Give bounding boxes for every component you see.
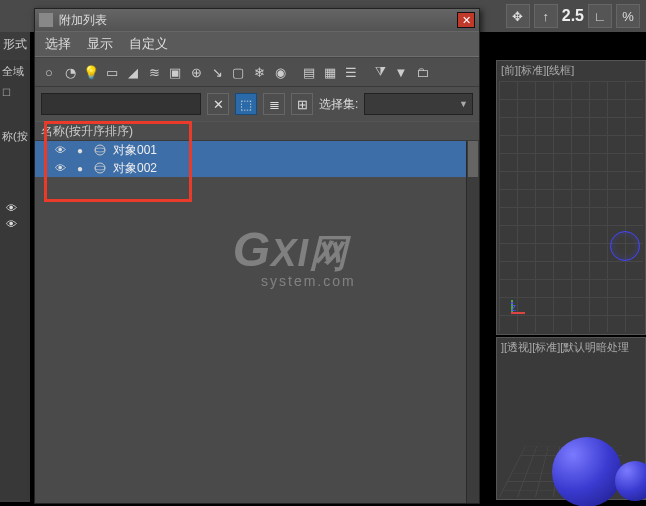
list-item[interactable]: 👁 ● 对象001	[35, 141, 479, 159]
viewport-perspective[interactable]: ][透视][标准][默认明暗处理	[496, 337, 646, 500]
object-list: 👁 ● 对象001 👁 ● 对象002	[35, 141, 479, 503]
list-item[interactable]: 👁 ● 对象002	[35, 159, 479, 177]
selection-set-label: 选择集:	[319, 96, 358, 113]
folder-icon[interactable]: 🗀	[412, 62, 432, 82]
scrollbar-vertical[interactable]	[466, 141, 479, 503]
filter-hidden-icon[interactable]: ◉	[270, 62, 290, 82]
filter-lights-icon[interactable]: 💡	[81, 62, 101, 82]
left-display-icon: ☐	[2, 87, 11, 98]
up-arrow-icon[interactable]: ↑	[534, 4, 558, 28]
object-name: 对象002	[113, 160, 157, 177]
wireframe-sphere-icon	[610, 231, 640, 261]
axis-gizmo-icon: z	[502, 290, 526, 314]
menu-custom[interactable]: 自定义	[129, 35, 168, 53]
selection-set-dropdown[interactable]: ▼	[364, 93, 473, 115]
angle-tool-icon[interactable]: ∟	[588, 4, 612, 28]
filter-funnel-icon[interactable]: ⧩	[370, 62, 390, 82]
freeze-icon[interactable]: ●	[73, 163, 87, 174]
chevron-down-icon: ▼	[459, 99, 468, 109]
percent-tool-icon[interactable]: %	[616, 4, 640, 28]
svg-point-1	[95, 148, 105, 152]
svg-point-3	[95, 166, 105, 170]
eye-icon[interactable]: 👁	[53, 144, 67, 156]
menu-display[interactable]: 显示	[87, 35, 113, 53]
freeze-icon[interactable]: ●	[73, 145, 87, 156]
viewport-persp-label: ][透视][标准][默认明暗处理	[497, 338, 645, 357]
hierarchy-button[interactable]: ⊞	[291, 93, 313, 115]
svg-point-2	[95, 163, 105, 173]
eye-icon[interactable]: 👁	[53, 162, 67, 174]
filter-shapes-icon[interactable]: ◔	[60, 62, 80, 82]
close-button[interactable]: ✕	[457, 12, 475, 28]
menu-select[interactable]: 选择	[45, 35, 71, 53]
filter-toolbar: ○ ◔ 💡 ▭ ◢ ≋ ▣ ⊕ ↘ ▢ ❄ ◉ ▤ ▦ ☰ ⧩ ▼ 🗀	[35, 57, 479, 87]
filter-cameras-icon[interactable]: ▭	[102, 62, 122, 82]
scroll-thumb[interactable]	[468, 141, 478, 177]
filter-xrefs-icon[interactable]: ⊕	[186, 62, 206, 82]
left-menu-all: 全域	[0, 60, 30, 83]
display-list-icon[interactable]: ▤	[299, 62, 319, 82]
viewport-front-label: [前][标准][线框]	[497, 61, 645, 80]
sphere-object-icon	[93, 143, 107, 157]
list-header-name[interactable]: 名称(按升序排序)	[35, 121, 479, 141]
clear-search-button[interactable]: ✕	[207, 93, 229, 115]
left-header-partial: 称(按	[0, 101, 30, 146]
eye-icon: 👁	[4, 202, 18, 214]
filter-frozen-icon[interactable]: ❄	[249, 62, 269, 82]
window-title: 附加列表	[59, 12, 107, 29]
display-tree-icon[interactable]: ▦	[320, 62, 340, 82]
sphere-object-icon	[93, 161, 107, 175]
filter-geometry-icon[interactable]: ○	[39, 62, 59, 82]
window-icon	[39, 13, 53, 27]
viewport-select-button[interactable]: ⬚	[235, 93, 257, 115]
display-detail-icon[interactable]: ☰	[341, 62, 361, 82]
filter-funnel2-icon[interactable]: ▼	[391, 62, 411, 82]
move-tool-icon[interactable]: ✥	[506, 4, 530, 28]
filter-bones-icon[interactable]: ↘	[207, 62, 227, 82]
titlebar[interactable]: 附加列表 ✕	[35, 9, 479, 31]
filter-groups-icon[interactable]: ▣	[165, 62, 185, 82]
zoom-value: 2.5	[562, 7, 584, 25]
filter-helpers-icon[interactable]: ◢	[123, 62, 143, 82]
eye-icon: 👁	[4, 218, 18, 230]
sphere-object-icon	[552, 437, 622, 506]
filter-containers-icon[interactable]: ▢	[228, 62, 248, 82]
attach-list-dialog: 附加列表 ✕ 选择 显示 自定义 ○ ◔ 💡 ▭ ◢ ≋ ▣ ⊕ ↘ ▢ ❄ ◉…	[34, 8, 480, 504]
menubar: 选择 显示 自定义	[35, 31, 479, 57]
left-tab-style[interactable]: 形式	[0, 32, 30, 57]
viewport-front[interactable]: [前][标准][线框] z	[496, 60, 646, 335]
filter-spacewarps-icon[interactable]: ≋	[144, 62, 164, 82]
svg-point-0	[95, 145, 105, 155]
search-input[interactable]	[41, 93, 201, 115]
layers-button[interactable]: ≣	[263, 93, 285, 115]
object-name: 对象001	[113, 142, 157, 159]
search-row: ✕ ⬚ ≣ ⊞ 选择集: ▼	[35, 87, 479, 121]
